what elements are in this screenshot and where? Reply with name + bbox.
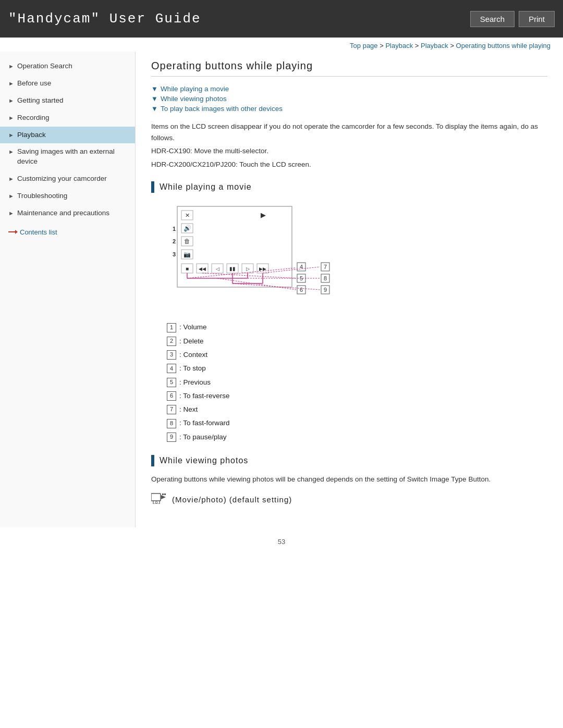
svg-text:📷: 📷 [183,251,191,258]
svg-rect-51 [162,493,164,495]
sidebar: ► Operation Search ► Before use ► Gettin… [0,52,136,527]
section1-label: While playing a movie [160,182,252,192]
triangle-icon: ▼ [151,95,158,103]
legend-label: : Next [179,403,198,416]
sidebar-label: Recording [17,113,129,123]
section3-label: (Movie/photo) (default setting) [172,495,292,504]
section-bar-icon [151,181,154,193]
svg-marker-50 [161,495,166,499]
print-button[interactable]: Print [519,11,555,27]
intro-text-2: HDR-CX190: Move the multi-selector. [151,145,547,157]
sidebar-item-recording[interactable]: ► Recording [0,109,135,127]
legend-num: 9 [167,433,176,442]
sidebar-label: Customizing your camcorder [17,174,129,184]
sidebar-item-troubleshooting[interactable]: ► Troubleshooting [0,188,135,205]
legend-item-3: 3 : Context [167,349,547,361]
svg-text:🗑: 🗑 [184,238,190,245]
svg-rect-52 [164,493,166,495]
icon-heading: (Movie/photo) (default setting) [151,492,547,507]
legend-list: 1 : Volume 2 : Delete 3 : Context 4 : To… [167,321,547,443]
sidebar-item-customizing[interactable]: ► Customizing your camcorder [0,170,135,188]
arrow-icon: ► [8,148,14,156]
legend-label: : To fast-forward [179,417,230,429]
legend-num: 7 [167,405,176,414]
arrow-icon: ► [8,114,14,122]
toc-link-other[interactable]: To play back images with other devices [161,105,283,113]
svg-text:◁: ◁ [216,266,219,272]
svg-text:8: 8 [324,275,327,281]
sidebar-label: Maintenance and precautions [17,208,129,218]
legend-item-4: 4 : To stop [167,362,547,375]
sidebar-label: Getting started [17,96,129,106]
breadcrumb-current[interactable]: Operating buttons while playing [456,42,550,50]
legend-label: : To stop [179,362,206,375]
toc-item-3: ▼ To play back images with other devices [151,105,547,113]
toc-item-1: ▼ While playing a movie [151,85,547,93]
legend-item-1: 1 : Volume [167,321,547,334]
sidebar-item-playback[interactable]: ► Playback [0,127,135,144]
legend-item-8: 8 : To fast-forward [167,417,547,429]
legend-label: : To pause/play [179,431,227,443]
movie-photo-icon [151,492,168,507]
breadcrumb: Top page > Playback > Playback > Operati… [0,38,563,52]
header-buttons: Search Print [470,11,555,27]
legend-num: 8 [167,419,176,428]
legend-num: 6 [167,391,176,401]
svg-text:3: 3 [173,251,176,257]
section2-heading: While viewing photos [151,455,547,466]
svg-text:✕: ✕ [185,212,190,218]
sidebar-label: Playback [17,130,129,140]
sidebar-item-saving-images[interactable]: ► Saving images with an external device [0,143,135,170]
svg-text:1: 1 [173,226,176,232]
section-bar-icon [151,455,154,466]
toc-link-photos[interactable]: While viewing photos [161,95,227,103]
sidebar-label: Saving images with an external device [17,147,129,167]
sidebar-item-maintenance[interactable]: ► Maintenance and precautions [0,205,135,222]
section1-heading: While playing a movie [151,181,547,193]
sidebar-item-getting-started[interactable]: ► Getting started [0,92,135,109]
legend-label: : Delete [179,335,204,348]
toc-item-2: ▼ While viewing photos [151,95,547,103]
legend-num: 5 [167,378,176,387]
breadcrumb-playback1[interactable]: Playback [385,42,413,50]
legend-item-7: 7 : Next [167,403,547,416]
contents-list-label: Contents list [20,228,57,236]
section2-label: While viewing photos [160,456,248,465]
arrow-icon: ► [8,63,14,70]
page-footer: 53 [0,527,563,551]
toc-link-movie[interactable]: While playing a movie [161,85,229,93]
page-number: 53 [278,538,285,546]
intro-text-1: Items on the LCD screen disappear if you… [151,121,547,143]
sidebar-label: Troubleshooting [17,191,129,201]
svg-text:◀◀: ◀◀ [199,266,206,272]
svg-text:9: 9 [324,287,327,293]
svg-text:6: 6 [300,287,303,293]
main-layout: ► Operation Search ► Before use ► Gettin… [0,52,563,527]
section2-text: Operating buttons while viewing photos w… [151,474,547,485]
movie-photo-svg [151,492,168,504]
legend-label: : To fast-reverse [179,390,230,402]
svg-text:■: ■ [186,266,189,272]
arrow-right-icon [8,229,18,235]
legend-item-9: 9 : To pause/play [167,431,547,443]
arrow-icon: ► [8,80,14,88]
contents-list-link[interactable]: Contents list [0,222,135,242]
svg-rect-49 [151,493,161,501]
legend-item-2: 2 : Delete [167,335,547,348]
triangle-icon: ▼ [151,105,158,113]
breadcrumb-top[interactable]: Top page [350,42,378,50]
svg-text:🔊: 🔊 [183,224,191,232]
site-title: "Handycam" User Guide [8,11,201,27]
sidebar-item-before-use[interactable]: ► Before use [0,75,135,92]
legend-num: 3 [167,350,176,360]
legend-item-6: 6 : To fast-reverse [167,390,547,402]
legend-label: : Context [179,349,207,361]
arrow-icon: ► [8,97,14,105]
breadcrumb-playback2[interactable]: Playback [421,42,448,50]
arrow-icon: ► [8,131,14,139]
search-button[interactable]: Search [470,11,515,27]
legend-num: 1 [167,323,176,332]
sidebar-item-operation-search[interactable]: ► Operation Search [0,58,135,75]
legend-item-5: 5 : Previous [167,376,547,389]
arrow-icon: ► [8,175,14,183]
